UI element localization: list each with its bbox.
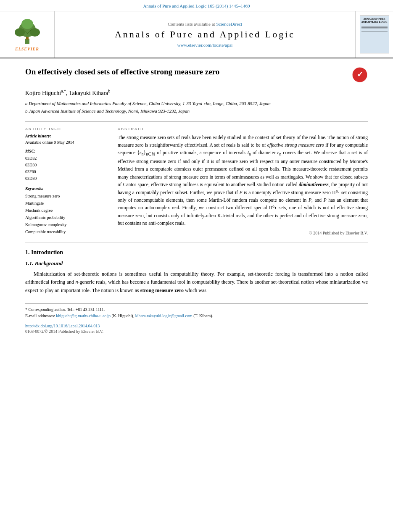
article-info-column: ARTICLE INFO Article history: Available … — [25, 127, 109, 235]
affiliation-a: a Department of Mathematics and Informat… — [25, 100, 368, 107]
background-heading: 1.1. Background — [25, 260, 368, 267]
main-content: On effectively closed sets of effective … — [0, 58, 393, 342]
journal-url[interactable]: www.elsevier.com/locate/apal — [177, 42, 233, 47]
elsevier-logo-box: ELSEVIER — [0, 11, 55, 58]
top-bar: Annals of Pure and Applied Logic 165 (20… — [0, 0, 393, 11]
keyword-1: Strong measure zero — [25, 192, 103, 200]
journal-ref-link[interactable]: Annals of Pure and Applied Logic 165 (20… — [143, 3, 250, 8]
email-higuchi-name: (K. Higuchi), — [112, 313, 135, 318]
abstract-text: The strong measure zero sets of reals ha… — [118, 134, 368, 227]
keyword-4: Algorithmic probability — [25, 214, 103, 221]
affiliations: a Department of Mathematics and Informat… — [25, 100, 368, 115]
keywords-list: Strong measure zero Martingale Muchnik d… — [25, 192, 103, 235]
svg-point-5 — [21, 19, 33, 29]
introduction-heading: 1. Introduction — [25, 249, 368, 256]
footnote-corresponding: * Corresponding author. Tel.: +81 43 251… — [25, 306, 368, 313]
affiliation-b: b Japan Advanced Institute of Science an… — [25, 108, 368, 115]
article-info-label: ARTICLE INFO — [25, 127, 103, 131]
article-history-value: Available online 9 May 2014 — [25, 140, 103, 145]
elsevier-tree-icon — [11, 18, 44, 45]
doi-area: http://dx.doi.org/10.1016/j.apal.2014.04… — [25, 322, 368, 329]
crossmark-icon: ✓ — [352, 67, 368, 83]
msc-label: MSC: — [25, 149, 103, 153]
journal-cover-box: ANNALS OF PURE AND APPLIED LOGIC — [355, 11, 393, 58]
contents-line: Contents lists available at ScienceDirec… — [168, 21, 242, 26]
footnote-emails: E-mail addresses: khigucht@g.maths.chiba… — [25, 313, 368, 319]
keyword-3: Muchnik degree — [25, 207, 103, 214]
email-kihara-name: (T. Kihara). — [193, 313, 213, 318]
msc-code-3: 03F60 — [25, 169, 103, 175]
authors: Kojiro Higuchia,*, Takayuki Kiharab — [25, 89, 368, 97]
footnote-area: * Corresponding author. Tel.: +81 43 251… — [25, 303, 368, 334]
keywords-label: Keywords: — [25, 186, 103, 191]
email-kihara-link[interactable]: kihara.takayuki.logic@gmail.com — [135, 313, 193, 318]
article-body-columns: ARTICLE INFO Article history: Available … — [25, 121, 368, 235]
article-history-label: Article history: — [25, 134, 103, 138]
copyright-line: © 2014 Published by Elsevier B.V. — [118, 231, 368, 235]
journal-title: Annals of Pure and Applied Logic — [115, 29, 295, 40]
abstract-label: ABSTRACT — [118, 127, 368, 131]
article-title-row: On effectively closed sets of effective … — [25, 67, 368, 83]
sciencedirect-link[interactable]: ScienceDirect — [216, 21, 242, 26]
journal-title-box: Contents lists available at ScienceDirec… — [55, 11, 355, 58]
doi-link[interactable]: http://dx.doi.org/10.1016/j.apal.2014.04… — [25, 324, 100, 328]
email-label: E-mail addresses: — [25, 313, 55, 318]
journal-cover-image: ANNALS OF PURE AND APPLIED LOGIC — [360, 16, 389, 53]
elsevier-brand: ELSEVIER — [15, 47, 39, 51]
abstract-column: ABSTRACT The strong measure zero sets of… — [118, 127, 368, 235]
article-title: On effectively closed sets of effective … — [25, 67, 219, 77]
email-higuchi-link[interactable]: khigucht@g.maths.chiba-u.ac.jp — [56, 313, 111, 318]
cover-title: ANNALS OF PURE AND APPLIED LOGIC — [361, 18, 388, 24]
msc-code-1: 03D32 — [25, 155, 103, 162]
keyword-2: Martingale — [25, 200, 103, 207]
svg-text:✓: ✓ — [357, 70, 363, 79]
keyword-5: Kolmogorov complexity — [25, 221, 103, 228]
msc-code-2: 03D30 — [25, 162, 103, 169]
background-text: Miniaturization of set-theoretic notions… — [25, 270, 368, 295]
msc-code-4: 03D80 — [25, 175, 103, 182]
section-divider — [25, 242, 368, 242]
keyword-6: Computable traceability — [25, 228, 103, 235]
issn-text: 0168-0072/© 2014 Published by Elsevier B… — [25, 329, 368, 334]
msc-values: 03D32 03D30 03F60 03D80 — [25, 155, 103, 182]
journal-header: ELSEVIER Contents lists available at Sci… — [0, 11, 393, 58]
